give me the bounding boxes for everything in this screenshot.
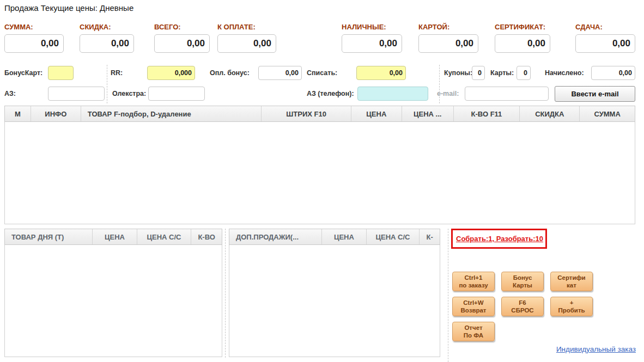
column-discount: СКИДКА (520, 106, 580, 121)
punch-plus-button[interactable]: + Пробить (550, 297, 593, 316)
email-label: e-mail: (437, 90, 459, 97)
divider (439, 65, 440, 103)
column-price-cc: ЦЕНА С/С (367, 229, 420, 244)
enter-email-button[interactable]: Ввести e-mail (555, 86, 635, 102)
divider (107, 65, 107, 103)
action-buttons: Ctrl+1 по заказу Бонус Карты Сертифи кат… (452, 272, 593, 341)
column-price2: ЦЕНА ... (402, 106, 454, 121)
az-phone-input[interactable] (357, 87, 428, 101)
total-amount: СУММА: (4, 23, 64, 53)
bonus-card-label: БонусКарт: (4, 69, 42, 77)
total-to-pay-label: К ОПЛАТЕ: (217, 23, 276, 31)
bonus-cards-button[interactable]: Бонус Карты (501, 272, 544, 291)
upsell-table-header: ДОП.ПРОДАЖИ(... ЦЕНА ЦЕНА С/С К- (229, 229, 440, 245)
total-certificate-label: СЕРТИФИКАТ: (495, 23, 550, 31)
individual-order-link[interactable]: Индивидуальный заказ (556, 345, 636, 353)
az-label: АЗ: (4, 90, 16, 97)
assemble-disassemble-box: Собрать:1, Разобрать:10 (451, 229, 547, 249)
page-title: Продажа Текущие цены: Дневные (4, 3, 133, 13)
column-product-of-day: ТОВАР ДНЯ (Т) (5, 229, 93, 244)
column-product: ТОВАР F-подбор, D-удаление (81, 106, 262, 121)
total-change-field[interactable] (575, 34, 635, 53)
total-total: ВСЕГО: (154, 23, 210, 53)
total-change: СДАЧА: (575, 23, 635, 53)
reset-f6-button[interactable]: F6 СБРОС (501, 297, 544, 316)
product-of-day-table-body (4, 245, 222, 357)
total-cash: НАЛИЧНЫЕ: (342, 23, 402, 53)
column-price: ЦЕНА (322, 229, 367, 244)
total-card-label: КАРТОЙ: (418, 23, 478, 31)
coupons-input[interactable] (472, 66, 485, 80)
column-m: М (5, 106, 31, 121)
olekstra-label: Олекстра: (112, 90, 146, 97)
total-discount: СКИДКА: (80, 23, 134, 53)
divider (448, 229, 448, 362)
column-quantity: К-ВО F11 (454, 106, 520, 121)
product-of-day-table-header: ТОВАР ДНЯ (Т) ЦЕНА ЦЕНА С/С К-ВО (4, 229, 222, 245)
total-cash-field[interactable] (342, 34, 402, 53)
pos-sale-screen: Продажа Текущие цены: Дневные СУММА: СКИ… (0, 0, 644, 362)
rr-input[interactable] (147, 66, 195, 80)
paid-bonus-label: Опл. бонус: (210, 69, 250, 77)
accrued-input[interactable] (591, 66, 635, 80)
total-amount-label: СУММА: (4, 23, 64, 31)
olekstra-input[interactable] (148, 87, 205, 101)
column-price: ЦЕНА (351, 106, 402, 121)
total-to-pay: К ОПЛАТЕ: (217, 23, 276, 53)
return-ctrlw-button[interactable]: Ctrl+W Возврат (452, 297, 495, 316)
total-change-label: СДАЧА: (575, 23, 635, 31)
column-info: ИНФО (31, 106, 81, 121)
cards-input[interactable] (517, 66, 531, 80)
total-cash-label: НАЛИЧНЫЕ: (342, 23, 402, 31)
coupons-label: Купоны: (444, 69, 472, 77)
order-ctrl1-button[interactable]: Ctrl+1 по заказу (452, 272, 495, 291)
total-to-pay-field[interactable] (217, 34, 276, 53)
total-card-field[interactable] (418, 34, 478, 53)
bonus-card-input[interactable] (48, 66, 74, 80)
assemble-disassemble-link[interactable]: Собрать:1, Разобрать:10 (456, 235, 543, 243)
total-amount-field[interactable] (4, 34, 64, 53)
total-total-field[interactable] (154, 34, 210, 53)
certificate-button[interactable]: Сертифи кат (550, 272, 593, 291)
divider (225, 229, 226, 358)
column-quantity: К- (420, 229, 440, 244)
az-input[interactable] (48, 87, 105, 101)
column-barcode: ШТРИХ F10 (262, 106, 351, 121)
accrued-label: Начислено: (545, 69, 584, 77)
total-discount-field[interactable] (80, 34, 134, 53)
column-price-cc: ЦЕНА С/С (137, 229, 191, 244)
upsell-table-body (229, 245, 440, 357)
column-upsell: ДОП.ПРОДАЖИ(... (229, 229, 322, 244)
total-total-label: ВСЕГО: (154, 23, 210, 31)
total-card: КАРТОЙ: (418, 23, 478, 53)
paid-bonus-input[interactable] (258, 66, 302, 80)
cards-label: Карты: (490, 69, 514, 77)
rr-label: RR: (111, 69, 123, 77)
total-discount-label: СКИДКА: (80, 23, 134, 31)
main-sale-table-header: М ИНФО ТОВАР F-подбор, D-удаление ШТРИХ … (4, 106, 635, 122)
email-input[interactable] (465, 87, 549, 101)
fa-report-button[interactable]: Отчет По ФА (452, 322, 495, 341)
column-price: ЦЕНА (93, 229, 137, 244)
total-certificate-field[interactable] (495, 34, 550, 53)
writeoff-label: Списать: (307, 69, 337, 77)
az-phone-label: АЗ (телефон): (307, 90, 354, 97)
main-sale-table-body (4, 122, 635, 224)
writeoff-input[interactable] (356, 66, 406, 80)
column-quantity: К-ВО (191, 229, 222, 244)
column-sum: СУММА (580, 106, 635, 121)
total-certificate: СЕРТИФИКАТ: (495, 23, 550, 53)
